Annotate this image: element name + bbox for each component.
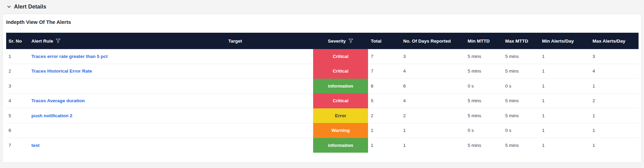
cell-max-alerts-day: 1 [589,79,639,94]
col-header-label: No. Of Days Reported [403,39,451,44]
col-header-min-mttd: Min MTTD [464,33,502,49]
col-header-label: Min MTTD [468,39,489,44]
cell-max-alerts-day: 4 [589,64,639,79]
col-header-label: Severity [328,39,346,44]
cell-days-reported: 1 [399,138,464,153]
cell-min-alerts-day: 1 [539,138,589,153]
severity-badge: Error [313,108,368,123]
cell-max-mttd: 5 mins [502,93,539,108]
col-header-label: Sr. No [9,39,22,44]
severity-badge: Critical [313,49,368,64]
alerts-card: Indepth View Of The Alerts Sr. No Alert … [2,14,642,163]
cell-min-mttd: 0 s [464,79,502,94]
card-title: Indepth View Of The Alerts [3,14,641,25]
table-row: 6 Warning 1 1 0 s 0 s 1 1 [6,123,639,138]
chevron-down-icon[interactable] [7,5,11,9]
table-row: 2 Traces Historical Error Rate Critical … [6,64,639,79]
col-header-max-alerts-day: Max Alerts/Day [589,33,639,49]
cell-max-mttd: 5 mins [502,108,539,123]
cell-alert-rule: Traces error rate greater than 5 pct [26,49,157,64]
cell-min-mttd: 0 s [464,123,502,138]
cell-max-mttd: 0 s [502,79,539,94]
cell-min-alerts-day: 1 [539,93,589,108]
cell-min-alerts-day: 1 [539,64,589,79]
cell-severity: Critical [313,64,368,79]
cell-alert-rule [26,79,157,94]
table-row: 1 Traces error rate greater than 5 pct C… [6,49,639,64]
cell-sr-no: 6 [6,123,26,138]
cell-target [157,49,313,64]
table-body: 1 Traces error rate greater than 5 pct C… [6,49,639,153]
cell-min-mttd: 5 mins [464,138,502,153]
cell-severity: Warning [313,123,368,138]
alert-rule-link[interactable]: push notification 2 [31,113,72,118]
cell-max-mttd: 5 mins [502,49,539,64]
cell-min-mttd: 5 mins [464,64,502,79]
cell-alert-rule: test [26,138,157,153]
col-header-days-reported: No. Of Days Reported [399,33,464,49]
col-header-label: Min Alerts/Day [542,39,574,44]
cell-max-alerts-day: 1 [589,138,639,153]
cell-min-mttd: 5 mins [464,93,502,108]
col-header-label: Alert Rule [31,39,53,44]
cell-max-alerts-day: 1 [589,123,639,138]
col-header-label: Total [371,39,381,44]
cell-sr-no: 1 [6,49,26,64]
cell-sr-no: 5 [6,108,26,123]
cell-alert-rule: Traces Historical Error Rate [26,64,157,79]
cell-days-reported: 3 [399,49,464,64]
cell-sr-no: 7 [6,138,26,153]
cell-target [157,93,313,108]
severity-badge: Warning [313,123,368,138]
col-header-min-alerts-day: Min Alerts/Day [539,33,589,49]
cell-total: 1 [368,123,399,138]
col-header-alert-rule: Alert Rule [26,33,157,49]
cell-max-mttd: 5 mins [502,64,539,79]
cell-days-reported: 6 [399,79,464,94]
cell-sr-no: 3 [6,79,26,94]
filter-icon[interactable] [348,39,353,43]
alert-rule-link[interactable]: Traces Historical Error Rate [31,68,92,74]
col-header-total: Total [368,33,399,49]
cell-severity: Error [313,108,368,123]
alert-rule-link[interactable]: test [31,143,40,148]
cell-max-alerts-day: 1 [589,108,639,123]
col-header-label: Max Alerts/Day [592,39,625,44]
alert-details-section-header[interactable]: Alert Details [0,0,644,11]
severity-badge: Critical [313,93,368,108]
cell-alert-rule: push notification 2 [26,108,157,123]
cell-severity: information [313,79,368,94]
cell-target [157,64,313,79]
cell-min-alerts-day: 1 [539,108,589,123]
col-header-severity: Severity [313,33,368,49]
col-header-label: Target [228,39,242,44]
cell-max-alerts-day: 3 [589,49,639,64]
cell-total: 5 [368,93,399,108]
section-title: Alert Details [14,4,46,10]
severity-badge: information [313,79,368,94]
cell-severity: information [313,138,368,153]
col-header-max-mttd: Max MTTD [502,33,539,49]
alert-rule-link[interactable]: Traces Average duration [31,98,85,103]
cell-days-reported: 1 [399,123,464,138]
cell-total: 7 [368,64,399,79]
col-header-label: Max MTTD [505,39,528,44]
cell-sr-no: 2 [6,64,26,79]
filter-icon[interactable] [56,39,61,43]
severity-badge: Critical [313,64,368,79]
cell-sr-no: 4 [6,93,26,108]
table-header-row: Sr. No Alert Rule Target Severity Total … [6,33,639,49]
alert-rule-link[interactable]: Traces error rate greater than 5 pct [31,54,108,59]
cell-target [157,123,313,138]
cell-days-reported: 4 [399,93,464,108]
cell-target [157,138,313,153]
cell-total: 7 [368,49,399,64]
cell-min-mttd: 5 mins [464,108,502,123]
cell-max-alerts-day: 2 [589,93,639,108]
severity-badge: information [313,138,368,153]
cell-max-mttd: 0 s [502,123,539,138]
cell-min-alerts-day: 1 [539,49,589,64]
cell-total: 2 [368,108,399,123]
table-row: 3 information 6 6 0 s 0 s 1 1 [6,79,639,94]
col-header-sr-no: Sr. No [6,33,26,49]
